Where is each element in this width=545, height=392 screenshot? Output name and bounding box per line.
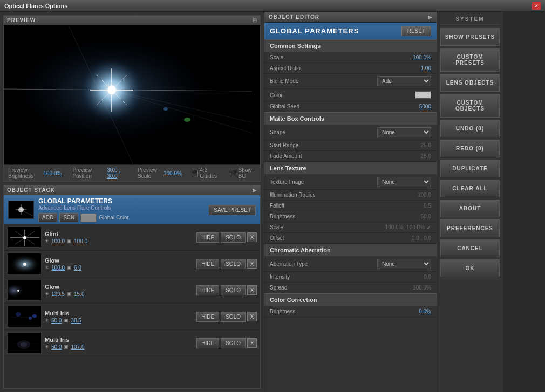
- brightness-value[interactable]: 100.0%: [43, 170, 62, 176]
- expand-icon[interactable]: ⊞: [253, 17, 257, 23]
- hide-button[interactable]: HIDE: [196, 232, 219, 243]
- offset-row: Offset 0.0 , 0.0: [264, 233, 437, 244]
- save-preset-button[interactable]: SAVE PRESET: [209, 205, 256, 215]
- stack-item[interactable]: Multi Iris ✳ 50.0 ▣ 107.0 HIDE SOLO X: [4, 330, 260, 356]
- svg-point-24: [23, 236, 26, 239]
- lock-icon: ✓: [427, 225, 431, 230]
- preview-flare-svg: [4, 25, 260, 164]
- stack-val-star[interactable]: 100.0: [51, 238, 65, 244]
- close-button[interactable]: ✕: [532, 2, 541, 10]
- star-icon: ✳: [45, 238, 49, 244]
- stack-thumb: [7, 226, 42, 248]
- shape-select[interactable]: None Box Circle: [377, 127, 431, 137]
- stack-arrow-icon[interactable]: ▶: [253, 187, 257, 193]
- scale-control: Preview Scale 100.0%: [138, 167, 182, 179]
- svg-point-33: [32, 314, 37, 318]
- hide-button[interactable]: HIDE: [196, 259, 219, 269]
- corr-brightness-value[interactable]: 0.0%: [419, 308, 431, 314]
- editor-arrow-icon[interactable]: ▶: [428, 14, 432, 20]
- position-control: Preview Position 30.0 , 30.0: [72, 167, 127, 179]
- solo-button[interactable]: SOLO: [221, 259, 246, 269]
- preview-header: PREVIEW ⊞: [4, 16, 260, 25]
- stack-item-info: Multi Iris ✳ 50.0 ▣ 107.0: [45, 336, 193, 350]
- global-seed-value[interactable]: 5000: [419, 104, 431, 109]
- about-button[interactable]: ABOUT: [440, 200, 500, 217]
- color-swatch[interactable]: [80, 214, 97, 222]
- lens-objects-button[interactable]: LENS OBJECTS: [440, 74, 500, 92]
- reset-button[interactable]: RESET: [401, 26, 431, 36]
- global-info: GLOBAL PARAMETERS Advanced Lens Flare Co…: [38, 197, 205, 222]
- svg-point-11: [184, 118, 190, 122]
- stack-buttons: HIDE SOLO X: [196, 338, 257, 348]
- lens-texture-header: Lens Texture: [264, 162, 437, 175]
- blend-mode-select[interactable]: Add Screen Normal Multiply: [377, 76, 431, 86]
- ok-button[interactable]: OK: [440, 259, 500, 277]
- scale-label: Preview Scale: [138, 167, 160, 179]
- solo-button[interactable]: SOLO: [221, 285, 246, 295]
- show-presets-button[interactable]: SHOW PRESETS: [440, 28, 500, 46]
- iris-thumb: [8, 306, 42, 327]
- duplicate-button[interactable]: DUPLICATE: [440, 160, 500, 177]
- delete-button[interactable]: X: [247, 338, 257, 348]
- stack-val-star[interactable]: 139.5: [51, 291, 65, 297]
- redo-button[interactable]: REDO (0): [440, 140, 500, 157]
- preview-canvas[interactable]: [4, 25, 260, 164]
- global-thumb-svg: [9, 201, 33, 218]
- delete-button[interactable]: X: [247, 285, 257, 295]
- hide-button[interactable]: HIDE: [196, 312, 219, 322]
- undo-button[interactable]: UNDO (0): [440, 120, 500, 137]
- add-button[interactable]: ADD: [38, 213, 57, 222]
- stack-val-box[interactable]: 107.0: [71, 344, 84, 350]
- stack-item[interactable]: Glint ✳ 100.0 ▣ 100.0 HIDE SOLO X: [4, 224, 260, 251]
- illumination-radius-value: 100.0: [418, 192, 431, 198]
- delete-button[interactable]: X: [247, 312, 257, 321]
- start-range-row: Start Range 25.0: [264, 140, 437, 151]
- stack-item[interactable]: Multi Iris ✳ 50.0 ▣ 38.5 HIDE SOLO X: [4, 304, 260, 330]
- stack-val-star[interactable]: 50.0: [51, 344, 62, 350]
- scale-value[interactable]: 100.0%: [164, 170, 182, 176]
- corr-brightness-label: Brightness: [270, 308, 419, 314]
- custom-objects-button[interactable]: CUSTOM OBJECTS: [440, 94, 500, 118]
- hide-button[interactable]: HIDE: [196, 285, 219, 295]
- texture-image-select[interactable]: None: [377, 177, 431, 187]
- cancel-button[interactable]: CANCEL: [440, 239, 500, 257]
- stack-item[interactable]: Glow ✳ 100.0 ▣ 6.0 HIDE SOLO X: [4, 251, 260, 277]
- delete-button[interactable]: X: [247, 232, 257, 242]
- delete-button[interactable]: X: [247, 259, 257, 269]
- scale-row: Scale 100.0%: [264, 52, 437, 63]
- stack-val-box[interactable]: 38.5: [71, 318, 81, 324]
- stack-val-box[interactable]: 100.0: [74, 238, 87, 244]
- solo-button[interactable]: SOLO: [221, 232, 246, 243]
- left-panel: PREVIEW ⊞: [0, 12, 264, 392]
- spread-label: Spread: [270, 285, 413, 291]
- solo-button[interactable]: SOLO: [221, 312, 246, 322]
- stack-val-star[interactable]: 50.0: [51, 318, 62, 324]
- aberration-type-select[interactable]: None Type 1 Type 2: [377, 259, 431, 269]
- preferences-button[interactable]: PREFERENCES: [440, 219, 500, 237]
- solo-button[interactable]: SOLO: [221, 338, 246, 348]
- showbg-checkbox[interactable]: [231, 170, 236, 176]
- custom-presets-button[interactable]: CUSTOM PRESETS: [440, 48, 500, 72]
- matte-box-header: Matte Box Controls: [264, 112, 437, 125]
- object-stack-title: OBJECT STACK: [7, 187, 55, 193]
- position-value[interactable]: 30.0 , 30.0: [107, 167, 127, 179]
- clear-all-button[interactable]: CLEAR ALL: [440, 180, 500, 197]
- system-panel: SYSTEM SHOW PRESETS CUSTOM PRESETS LENS …: [437, 12, 503, 392]
- illumination-radius-row: Illumination Radius 100.0: [264, 190, 437, 201]
- stack-val-box[interactable]: 6.0: [74, 265, 81, 271]
- svg-point-12: [164, 107, 168, 111]
- intensity-label: Intensity: [270, 274, 424, 280]
- object-editor-title: OBJECT EDITOR: [269, 14, 319, 20]
- svg-point-30: [17, 290, 19, 292]
- aspect-ratio-value[interactable]: 1.00: [421, 65, 431, 71]
- color-picker[interactable]: [415, 91, 431, 99]
- scn-button[interactable]: SCN: [59, 213, 78, 222]
- star-icon: ✳: [45, 318, 49, 323]
- stack-item[interactable]: Glow ✳ 139.5 ▣ 15.0 HIDE SOLO X: [4, 277, 260, 304]
- blend-mode-label: Blend Mode: [270, 78, 377, 84]
- scale-value[interactable]: 100.0%: [413, 54, 431, 60]
- stack-val-star[interactable]: 100.0: [51, 265, 65, 271]
- hide-button[interactable]: HIDE: [196, 338, 219, 348]
- guides-checkbox[interactable]: [193, 170, 198, 176]
- stack-val-box[interactable]: 15.0: [74, 291, 84, 297]
